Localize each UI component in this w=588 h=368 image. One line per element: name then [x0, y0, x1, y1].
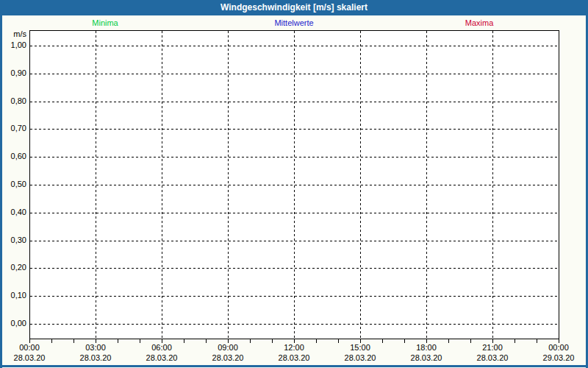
window-title: Windgeschwindigkeit [m/s] skaliert — [220, 2, 368, 13]
plot-area — [29, 30, 559, 339]
y-tick-label: 0,40 — [0, 208, 26, 217]
x-tick-time-label: 00:00 — [0, 343, 62, 353]
y-tick-label: 0,50 — [0, 180, 26, 189]
x-tick-date-label: 28.03.20 — [393, 353, 459, 363]
window-titlebar: Windgeschwindigkeit [m/s] skaliert — [0, 0, 588, 15]
x-tick-time-label: 00:00 — [526, 343, 588, 353]
y-tick-label: 0,80 — [0, 96, 26, 106]
x-tick-date-label: 28.03.20 — [261, 353, 327, 363]
x-tick-date-label: 28.03.20 — [62, 353, 129, 363]
chart-window: Windgeschwindigkeit [m/s] skaliert Minim… — [0, 0, 588, 368]
v-gridline — [492, 31, 493, 339]
x-tick-time-label: 09:00 — [195, 343, 261, 353]
y-axis-unit-label: m/s — [0, 29, 26, 39]
y-tick-label: 0,00 — [0, 319, 26, 328]
x-tick-time-label: 18:00 — [393, 343, 459, 353]
y-tick-label: 0,90 — [0, 68, 26, 78]
v-gridline — [162, 31, 162, 339]
frame-bottom — [0, 365, 588, 367]
v-gridline — [294, 31, 295, 339]
v-gridline — [228, 31, 229, 339]
x-tick-date-label: 28.03.20 — [129, 353, 195, 363]
v-gridline — [96, 31, 96, 339]
v-gridline — [360, 31, 361, 339]
x-tick-time-label: 15:00 — [327, 343, 393, 353]
legend-item-maxima: Maxima — [465, 18, 494, 27]
x-tick-date-label: 28.03.20 — [195, 353, 261, 363]
x-tick-date-label: 28.03.20 — [459, 353, 526, 363]
v-gridline — [426, 31, 427, 339]
x-tick-time-label: 12:00 — [261, 343, 327, 353]
y-tick-label: 0,70 — [0, 124, 26, 133]
legend-item-mittelwerte: Mittelwerte — [274, 18, 313, 27]
y-tick-label: 1,00 — [0, 40, 26, 50]
x-tick-date-label: 28.03.20 — [327, 353, 393, 363]
x-tick-date-label: 29.03.20 — [526, 353, 588, 363]
y-tick-label: 0,10 — [0, 291, 26, 300]
y-tick-label: 0,30 — [0, 236, 26, 245]
x-tick-time-label: 06:00 — [129, 343, 195, 353]
x-tick-time-label: 21:00 — [459, 343, 526, 353]
x-tick-date-label: 28.03.20 — [0, 353, 62, 363]
legend-item-minima: Minima — [92, 18, 118, 27]
y-tick-label: 0,60 — [0, 152, 26, 161]
y-tick-label: 0,20 — [0, 263, 26, 272]
x-tick-time-label: 03:00 — [62, 343, 129, 353]
